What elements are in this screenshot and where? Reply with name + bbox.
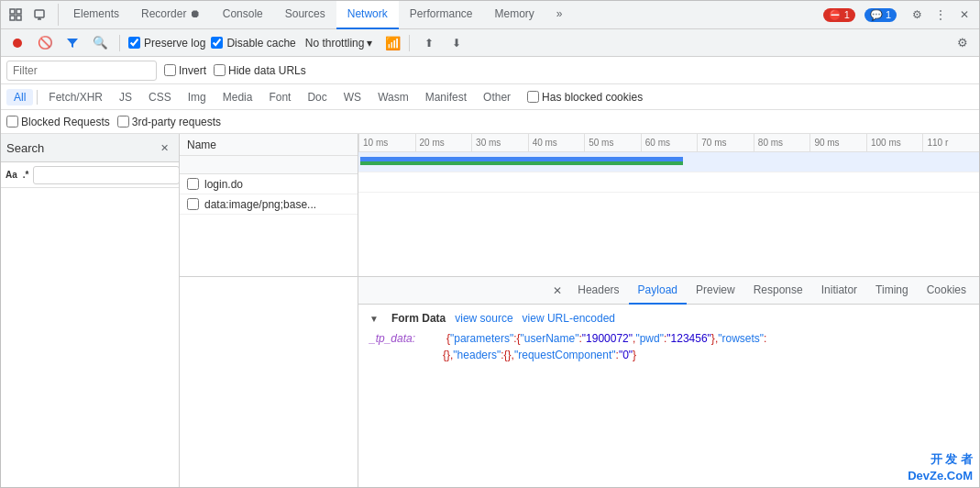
tick-60ms: 60 ms xyxy=(641,134,698,151)
close-devtools-icon[interactable]: ✕ xyxy=(953,4,975,26)
network-area: Name login.do data:image/png;base... xyxy=(180,134,979,276)
request-name-0[interactable]: login.do xyxy=(204,178,243,191)
filter-button[interactable] xyxy=(61,32,83,54)
tick-10ms: 10 ms xyxy=(358,134,415,151)
detail-tab-initiator[interactable]: Initiator xyxy=(812,277,866,305)
form-data-title: Form Data xyxy=(391,312,446,325)
throttle-select[interactable]: No throttling ▾ xyxy=(302,35,377,51)
type-img[interactable]: Img xyxy=(181,89,214,105)
name-column: Name login.do data:image/png;base... xyxy=(180,134,358,276)
filter-input[interactable] xyxy=(6,61,157,81)
close-detail-icon[interactable]: ✕ xyxy=(546,280,568,302)
detail-tab-cookies[interactable]: Cookies xyxy=(918,277,975,305)
type-other[interactable]: Other xyxy=(476,89,518,105)
detail-tab-timing[interactable]: Timing xyxy=(866,277,918,305)
hide-data-urls-checkbox[interactable]: Hide data URLs xyxy=(214,64,306,77)
detail-tab-headers[interactable]: Headers xyxy=(568,277,628,305)
blocked-requests-checkbox[interactable]: Blocked Requests xyxy=(6,116,110,128)
detail-content: ▼ Form Data view source view URL-encoded… xyxy=(358,305,979,487)
network-toolbar: 🚫 🔍 Preserve log Disable cache No thrott… xyxy=(1,29,979,57)
type-wasm[interactable]: Wasm xyxy=(370,89,416,105)
detail-tab-payload[interactable]: Payload xyxy=(629,277,687,305)
case-sensitive-button[interactable]: Aa xyxy=(5,165,18,185)
type-fetch-xhr[interactable]: Fetch/XHR xyxy=(41,89,110,105)
device-icon[interactable] xyxy=(28,4,50,26)
request-checkbox-0[interactable] xyxy=(187,178,199,190)
type-filter-bar: All Fetch/XHR JS CSS Img Media Font Doc … xyxy=(1,84,979,110)
filter-bar: Invert Hide data URLs xyxy=(1,57,979,84)
view-source-link[interactable]: view source xyxy=(455,312,512,325)
tab-more[interactable]: » xyxy=(545,1,574,29)
download-button[interactable]: ⬇ xyxy=(446,32,468,54)
network-settings-icon[interactable]: ⚙ xyxy=(952,32,974,54)
type-css[interactable]: CSS xyxy=(141,89,179,105)
more-options-icon[interactable]: ⋮ xyxy=(930,4,952,26)
regex-button[interactable]: .* xyxy=(22,165,30,185)
type-js[interactable]: JS xyxy=(112,89,139,105)
tick-100ms: 100 ms xyxy=(866,134,923,151)
tick-40ms: 40 ms xyxy=(528,134,585,151)
inspect-icon[interactable] xyxy=(5,4,27,26)
disable-cache-checkbox[interactable]: Disable cache xyxy=(211,37,295,50)
type-all[interactable]: All xyxy=(6,89,33,105)
third-party-checkbox[interactable]: 3rd-party requests xyxy=(117,116,221,128)
form-data-row-2: {},"headers":{},"requestComponent":"0"} xyxy=(369,349,968,361)
tab-recorder[interactable]: Recorder ⏺ xyxy=(130,1,212,29)
detail-left-spacer xyxy=(180,277,358,487)
type-doc[interactable]: Doc xyxy=(300,89,334,105)
type-manifest[interactable]: Manifest xyxy=(418,89,474,105)
type-font[interactable]: Font xyxy=(261,89,298,105)
tab-performance[interactable]: Performance xyxy=(399,1,484,29)
network-section: Name login.do data:image/png;base... xyxy=(180,134,979,487)
detail-tabs-bar: ✕ Headers Payload Preview Respo xyxy=(358,277,979,305)
svg-rect-3 xyxy=(17,16,21,20)
tab-elements[interactable]: Elements xyxy=(62,1,130,29)
type-media[interactable]: Media xyxy=(215,89,260,105)
settings-icon[interactable]: ⚙ xyxy=(906,4,928,26)
tick-30ms: 30 ms xyxy=(471,134,528,151)
tick-90ms: 90 ms xyxy=(809,134,866,151)
tick-80ms: 80 ms xyxy=(754,134,810,151)
content-area: Search ✕ Aa .* ↻ 🚫 Name xyxy=(1,134,979,487)
waterfall-row-0 xyxy=(358,152,979,172)
error-badge[interactable]: ⛔1 xyxy=(823,8,855,22)
request-name-1[interactable]: data:image/png;base... xyxy=(204,198,316,211)
tick-50ms: 50 ms xyxy=(584,134,641,151)
upload-button[interactable]: ⬆ xyxy=(418,32,440,54)
waterfall-column: 10 ms 20 ms 30 ms 40 ms 50 ms 60 ms 70 m… xyxy=(358,134,979,276)
tab-sources[interactable]: Sources xyxy=(274,1,336,29)
preserve-log-checkbox[interactable]: Preserve log xyxy=(128,37,205,50)
detail-right: ✕ Headers Payload Preview Respo xyxy=(358,277,979,487)
detail-tab-response[interactable]: Response xyxy=(744,277,812,305)
form-data-header: ▼ Form Data view source view URL-encoded xyxy=(369,312,968,325)
tab-memory[interactable]: Memory xyxy=(484,1,545,29)
tab-console[interactable]: Console xyxy=(212,1,274,29)
tab-bar: Elements Recorder ⏺ Console Sources Netw… xyxy=(1,1,979,29)
has-blocked-cookies-checkbox[interactable]: Has blocked cookies xyxy=(527,91,643,104)
waterfall-bar-green xyxy=(360,161,683,165)
svg-rect-0 xyxy=(10,9,15,14)
search-title: Search xyxy=(6,141,151,155)
clear-button[interactable]: 🚫 xyxy=(34,32,56,54)
request-checkbox-1[interactable] xyxy=(187,198,199,210)
tab-network[interactable]: Network xyxy=(336,1,399,29)
form-data-triangle: ▼ xyxy=(369,314,379,324)
extra-filter-bar: Blocked Requests 3rd-party requests xyxy=(1,110,979,134)
close-search-icon[interactable]: ✕ xyxy=(155,139,173,157)
search-options: Aa .* ↻ 🚫 xyxy=(1,162,179,188)
record-button[interactable] xyxy=(6,32,28,54)
info-badge[interactable]: 💬1 xyxy=(864,8,897,22)
type-ws[interactable]: WS xyxy=(336,89,369,105)
search-input[interactable] xyxy=(33,166,180,184)
invert-checkbox[interactable]: Invert xyxy=(164,64,206,77)
search-button[interactable]: 🔍 xyxy=(89,32,111,54)
waterfall-row-1 xyxy=(358,172,979,193)
detail-tab-preview[interactable]: Preview xyxy=(687,277,744,305)
view-url-encoded-link[interactable]: view URL-encoded xyxy=(523,312,615,325)
svg-point-7 xyxy=(13,39,22,48)
watermark: 开 发 者DevZe.CoM xyxy=(908,451,973,484)
detail-panel: ✕ Headers Payload Preview Respo xyxy=(180,276,979,487)
search-panel: Search ✕ Aa .* ↻ 🚫 xyxy=(1,134,180,487)
name-column-header: Name xyxy=(180,134,358,156)
wifi-icon: 📶 xyxy=(385,36,401,50)
